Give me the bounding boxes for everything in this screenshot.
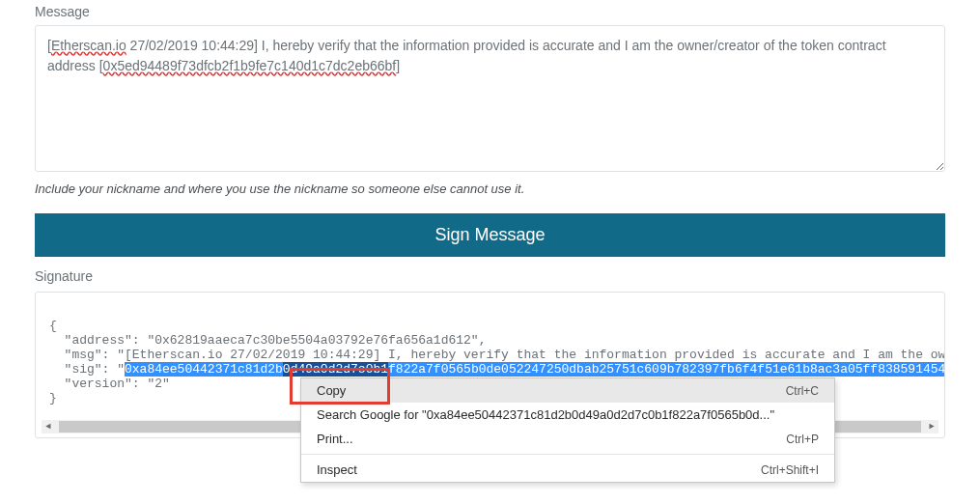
context-menu-search[interactable]: Search Google for "0xa84ee50442371c81d2b… (301, 403, 834, 427)
sig-brace-close: } (49, 391, 57, 405)
context-menu-separator (301, 454, 834, 455)
signature-label: Signature (35, 268, 945, 284)
context-menu: Copy Ctrl+C Search Google for "0xa84ee50… (300, 377, 835, 458)
sig-sig-line: "sig": "0xa84ee50442371c81d2b0d49a0d2d7c… (49, 362, 945, 377)
context-menu-print[interactable]: Print... Ctrl+P (301, 427, 834, 451)
sig-selected-text: 0xa84ee50442371c81d2b (125, 362, 283, 377)
message-address: 0x5ed94489f73dfcb2f1b9fe7c140d1c7dc2eb66… (103, 58, 397, 73)
message-domain: Etherscan.io (51, 38, 126, 53)
context-menu-copy[interactable]: Copy Ctrl+C (301, 378, 834, 403)
sig-address-line: "address": "0x62819aaeca7c30be5504a03792… (49, 333, 486, 348)
sign-message-button[interactable]: Sign Message (35, 213, 945, 257)
sig-brace-open: { (49, 319, 57, 333)
sig-msg-line: "msg": "[Etherscan.io 27/02/2019 10:44:2… (49, 348, 945, 362)
context-menu-copy-shortcut: Ctrl+C (786, 384, 819, 398)
message-label: Message (35, 4, 945, 19)
message-hint: Include your nickname and where you use … (35, 182, 945, 196)
message-textarea[interactable]: [Etherscan.io 27/02/2019 10:44:29] I, he… (35, 25, 945, 172)
sig-version-line: "version": "2" (49, 377, 170, 391)
context-menu-search-label: Search Google for "0xa84ee50442371c81d2b… (317, 407, 774, 422)
scroll-left-button[interactable]: ◄ (42, 420, 55, 433)
context-menu-copy-label: Copy (317, 383, 346, 398)
context-menu-print-label: Print... (317, 432, 353, 446)
context-menu-print-shortcut: Ctrl+P (786, 433, 819, 446)
scroll-right-button[interactable]: ► (925, 420, 938, 433)
